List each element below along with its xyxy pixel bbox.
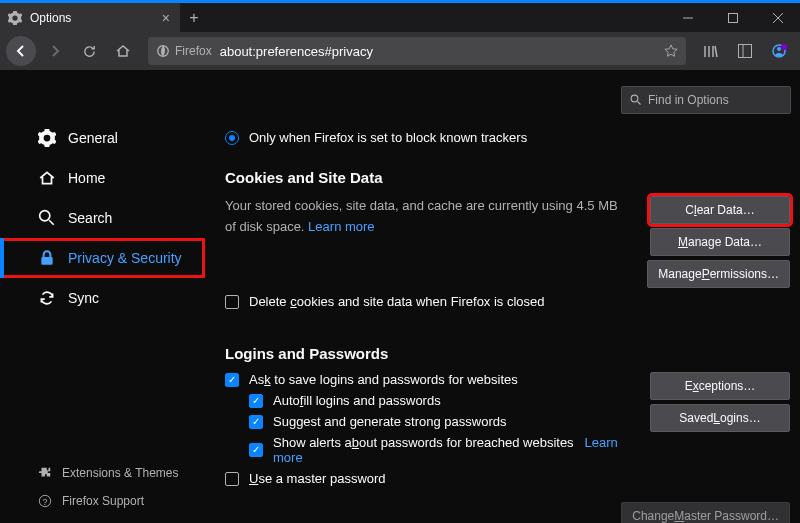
svg-rect-8	[41, 257, 52, 265]
cookies-description: Your stored cookies, site data, and cach…	[225, 196, 630, 238]
content: Find in Options General Home Search Priv…	[0, 70, 800, 523]
firefox-support-link[interactable]: ? Firefox Support	[0, 487, 205, 515]
autofill-row[interactable]: Autofill logins and passwords	[225, 393, 621, 408]
checkbox-off-icon[interactable]	[225, 295, 239, 309]
sync-icon	[38, 289, 56, 307]
alerts-row[interactable]: Show alerts about passwords for breached…	[225, 435, 621, 465]
sidebar-item-label: General	[68, 130, 118, 146]
option-label: Autofill logins and passwords	[273, 393, 441, 408]
home-icon	[38, 169, 56, 187]
option-label: Show alerts about passwords for breached…	[273, 435, 621, 465]
checkbox-off-icon[interactable]	[225, 472, 239, 486]
bookmark-star-icon[interactable]	[664, 44, 678, 58]
toolbar: Firefox about:preferences#privacy	[0, 32, 800, 70]
clear-data-button[interactable]: Clear Data…	[650, 196, 790, 224]
sidebar: Find in Options General Home Search Priv…	[0, 70, 205, 523]
search-icon	[38, 209, 56, 227]
sidebar-item-label: Home	[68, 170, 105, 186]
library-button[interactable]	[696, 36, 726, 66]
svg-text:?: ?	[43, 497, 48, 507]
firefox-icon	[156, 44, 170, 58]
home-button[interactable]	[108, 36, 138, 66]
gear-icon	[8, 11, 22, 25]
footer-label: Firefox Support	[62, 494, 144, 508]
sidebar-item-general[interactable]: General	[0, 118, 205, 158]
help-icon: ?	[38, 494, 52, 508]
option-label: Use a master password	[249, 471, 386, 486]
master-password-row[interactable]: Use a master password	[225, 471, 621, 486]
lock-icon	[38, 249, 56, 267]
sidebar-button[interactable]	[730, 36, 760, 66]
sidebar-item-home[interactable]: Home	[0, 158, 205, 198]
checkbox-on-icon[interactable]	[249, 443, 263, 457]
sidebar-footer: Extensions & Themes ? Firefox Support	[0, 459, 205, 523]
tracking-only-known-row[interactable]: Only when Firefox is set to block known …	[225, 130, 790, 145]
svg-rect-2	[739, 45, 752, 58]
browser-tab[interactable]: Options ×	[0, 3, 180, 32]
back-button[interactable]	[6, 36, 36, 66]
url-bar[interactable]: Firefox about:preferences#privacy	[148, 37, 686, 65]
option-label: Delete cookies and site data when Firefo…	[249, 294, 545, 309]
new-tab-button[interactable]: +	[180, 3, 208, 32]
tab-title: Options	[30, 11, 154, 25]
titlebar: Options × +	[0, 0, 800, 32]
logins-heading: Logins and Passwords	[225, 345, 790, 362]
profile-button[interactable]	[764, 36, 794, 66]
identity-label: Firefox	[175, 44, 212, 58]
minimize-button[interactable]	[665, 3, 710, 32]
change-master-password-button[interactable]: Change Master Password…	[621, 502, 790, 523]
window-controls	[665, 3, 800, 32]
saved-logins-button[interactable]: Saved Logins…	[650, 404, 790, 432]
extensions-themes-link[interactable]: Extensions & Themes	[0, 459, 205, 487]
forward-button[interactable]	[40, 36, 70, 66]
svg-point-7	[40, 211, 50, 221]
option-label: Only when Firefox is set to block known …	[249, 130, 527, 145]
sidebar-item-sync[interactable]: Sync	[0, 278, 205, 318]
reload-button[interactable]	[74, 36, 104, 66]
tab-close-button[interactable]: ×	[162, 10, 170, 26]
cookies-heading: Cookies and Site Data	[225, 169, 790, 186]
svg-rect-0	[728, 13, 737, 22]
svg-point-4	[777, 47, 781, 51]
identity-box[interactable]: Firefox	[156, 44, 212, 58]
url-text: about:preferences#privacy	[220, 44, 373, 59]
footer-label: Extensions & Themes	[62, 466, 179, 480]
sidebar-item-search[interactable]: Search	[0, 198, 205, 238]
option-label: Suggest and generate strong passwords	[273, 414, 506, 429]
checkbox-on-icon[interactable]	[249, 394, 263, 408]
ask-save-row[interactable]: Ask to save logins and passwords for web…	[225, 372, 621, 387]
sidebar-item-privacy[interactable]: Privacy & Security	[0, 238, 205, 278]
puzzle-icon	[38, 466, 52, 480]
checkbox-on-icon[interactable]	[249, 415, 263, 429]
main-panel: Only when Firefox is set to block known …	[205, 70, 800, 523]
learn-more-link[interactable]: Learn more	[308, 219, 374, 234]
option-label: Ask to save logins and passwords for web…	[249, 372, 518, 387]
delete-on-close-row[interactable]: Delete cookies and site data when Firefo…	[225, 294, 790, 309]
close-window-button[interactable]	[755, 3, 800, 32]
maximize-button[interactable]	[710, 3, 755, 32]
svg-point-5	[781, 44, 787, 50]
manage-permissions-button[interactable]: Manage Permissions…	[647, 260, 790, 288]
exceptions-button[interactable]: Exceptions…	[650, 372, 790, 400]
sidebar-item-label: Search	[68, 210, 112, 226]
checkbox-on-icon[interactable]	[225, 373, 239, 387]
gear-icon	[38, 129, 56, 147]
sidebar-item-label: Sync	[68, 290, 99, 306]
radio-on-icon[interactable]	[225, 131, 239, 145]
suggest-row[interactable]: Suggest and generate strong passwords	[225, 414, 621, 429]
manage-data-button[interactable]: Manage Data…	[650, 228, 790, 256]
sidebar-item-label: Privacy & Security	[68, 250, 182, 266]
